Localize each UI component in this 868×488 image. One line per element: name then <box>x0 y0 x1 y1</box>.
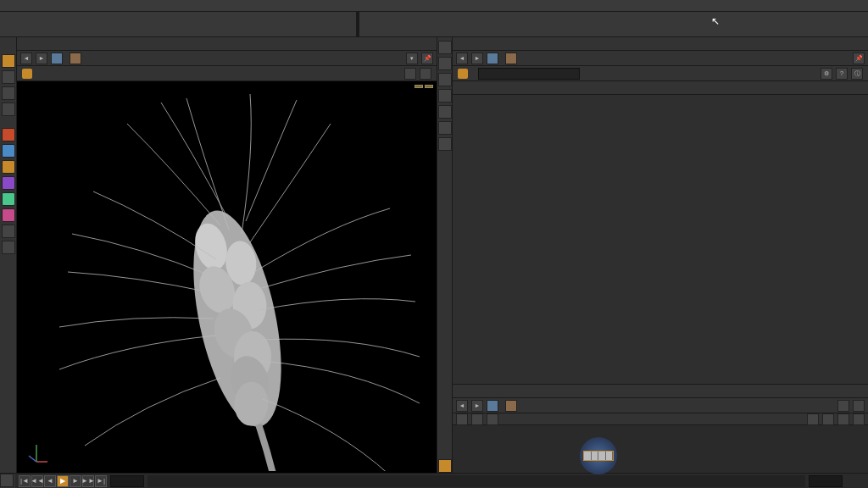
back-button[interactable]: ◄ <box>20 53 32 64</box>
next-frame[interactable]: ► <box>70 475 81 487</box>
net-opt1[interactable] <box>837 400 849 412</box>
viewport-right-strip <box>437 37 452 473</box>
param-tabs <box>453 81 868 95</box>
node-name-input[interactable] <box>478 68 580 80</box>
net-tool4[interactable] <box>807 413 819 425</box>
net-tool7[interactable] <box>853 413 865 425</box>
viewport-title-bar <box>17 66 437 81</box>
disp-opt4[interactable] <box>438 89 452 103</box>
first-frame[interactable]: |◄ <box>19 475 31 487</box>
disp-opt3[interactable] <box>438 73 452 86</box>
total-frames[interactable] <box>809 475 843 487</box>
param-title-bar: ⚙ ? ⓘ <box>453 66 868 81</box>
next-key[interactable]: ►► <box>82 475 94 487</box>
disp-opt7[interactable] <box>438 137 452 151</box>
net-tool2[interactable] <box>471 413 483 425</box>
net-fwd[interactable]: ► <box>471 400 483 412</box>
viewport-path-bar: ◄ ► ▾ 📌 <box>17 51 437 66</box>
axis-gizmo <box>24 441 49 466</box>
disp-opt5[interactable] <box>438 105 452 119</box>
disp-opt6[interactable] <box>438 121 452 135</box>
param-node-icon[interactable] <box>505 53 517 64</box>
right-top-tabs <box>453 37 868 51</box>
tool-3[interactable] <box>2 86 15 100</box>
network-path-bar: ◄ ► <box>453 398 868 413</box>
current-frame[interactable] <box>110 475 144 487</box>
svg-line-11 <box>29 456 36 462</box>
playback-controls: |◄ ◄◄ ◄ ▶ ► ►► ►| <box>15 475 110 487</box>
disp-opt2[interactable] <box>438 57 452 70</box>
tool-green[interactable] <box>2 192 15 206</box>
net-tool6[interactable] <box>837 413 849 425</box>
net-opt2[interactable] <box>853 400 865 412</box>
help-icon[interactable]: ? <box>836 68 848 80</box>
info-icon[interactable]: ⓘ <box>851 68 863 80</box>
net-node-icon[interactable] <box>505 400 517 412</box>
viewport-pane: ◄ ► ▾ 📌 <box>17 37 437 473</box>
param-pin[interactable]: 📌 <box>853 53 865 64</box>
node-icon[interactable] <box>70 53 81 64</box>
prev-key[interactable]: ◄◄ <box>31 475 43 487</box>
wheat-render <box>17 81 437 471</box>
network-pane: ◄ ► <box>453 384 868 473</box>
pin-button[interactable]: 📌 <box>421 53 433 64</box>
network-tabs <box>453 385 868 398</box>
tool-10[interactable] <box>2 225 15 238</box>
net-obj-icon[interactable] <box>487 400 498 412</box>
net-tool5[interactable] <box>822 413 834 425</box>
last-frame[interactable]: ►| <box>95 475 107 487</box>
tool-purple[interactable] <box>2 176 15 190</box>
tl-tool[interactable] <box>0 474 14 487</box>
tool-4[interactable] <box>2 103 15 116</box>
tool-pink[interactable] <box>2 208 15 222</box>
parameter-pane: ◄ ► 📌 ⚙ ? ⓘ <box>452 37 868 473</box>
path-menu[interactable]: ▾ <box>406 53 418 64</box>
select-tool[interactable] <box>2 54 15 68</box>
net-back[interactable]: ◄ <box>456 400 468 412</box>
param-fwd[interactable]: ► <box>471 53 483 64</box>
tool-red[interactable] <box>2 128 15 141</box>
tool-shelf <box>0 12 868 37</box>
tool-blue[interactable] <box>2 144 15 158</box>
param-back[interactable]: ◄ <box>456 53 468 64</box>
tool-orange[interactable] <box>2 160 15 174</box>
wheat-icon <box>22 69 32 79</box>
viewport-tabs <box>17 37 437 51</box>
3d-viewport[interactable] <box>17 81 437 473</box>
prev-frame[interactable]: ◄ <box>44 475 56 487</box>
gear-icon[interactable]: ⚙ <box>821 68 832 80</box>
play-button[interactable]: ▶ <box>57 475 69 487</box>
wheat-node[interactable] <box>580 437 622 474</box>
timeline-track[interactable] <box>147 475 805 487</box>
timeline: |◄ ◄◄ ◄ ▶ ► ►► ►| <box>0 473 868 488</box>
network-view[interactable] <box>453 425 868 473</box>
disp-highlight[interactable] <box>438 459 452 473</box>
tool-2[interactable] <box>2 70 15 84</box>
forward-button[interactable]: ► <box>36 53 47 64</box>
tool-11[interactable] <box>2 241 15 254</box>
net-tool1[interactable] <box>456 413 468 425</box>
parameter-area <box>453 81 868 384</box>
obj-icon[interactable] <box>51 53 63 64</box>
param-wheat-icon <box>458 69 468 79</box>
param-obj-icon[interactable] <box>487 53 498 64</box>
noise-header <box>453 98 868 105</box>
param-path-bar: ◄ ► 📌 <box>453 51 868 66</box>
net-tool3[interactable] <box>487 413 498 425</box>
left-toolbar <box>0 37 17 473</box>
view-opt2[interactable] <box>420 68 431 80</box>
disp-opt1[interactable] <box>438 41 452 54</box>
main-area: ◄ ► ▾ 📌 <box>0 37 868 473</box>
network-toolbar <box>453 413 868 425</box>
main-menu-bar <box>0 0 868 12</box>
view-opt1[interactable] <box>404 68 416 80</box>
